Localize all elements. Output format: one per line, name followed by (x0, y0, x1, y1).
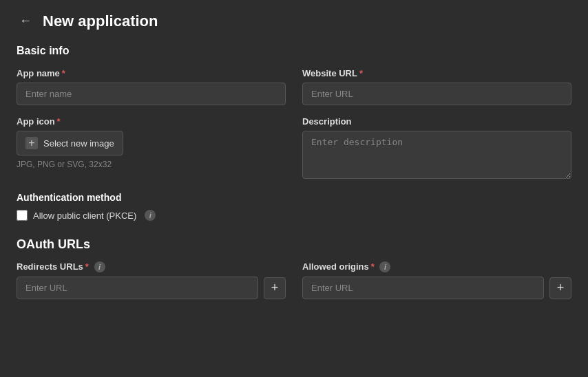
allowed-origins-info-icon[interactable]: i (379, 261, 390, 272)
redirects-urls-input-row: + (17, 277, 286, 299)
app-name-required: * (62, 68, 65, 78)
allowed-origins-add-icon: + (557, 281, 565, 295)
image-hint: JPG, PNG or SVG, 32x32 (17, 160, 286, 169)
oauth-urls-section: OAuth URLs Redirects URLs* i + Allowed (17, 237, 571, 310)
website-url-required: * (359, 68, 363, 78)
allowed-origins-group: Allowed origins* i + (302, 261, 571, 299)
website-url-group: Website URL* (302, 68, 571, 105)
select-image-button[interactable]: + Select new image (17, 131, 123, 155)
pkce-info-icon[interactable]: i (145, 210, 156, 221)
pkce-row: Allow public client (PKCE) i (17, 210, 286, 221)
select-image-plus-icon: + (25, 137, 38, 149)
website-url-label: Website URL* (302, 68, 571, 78)
auth-method-group: Authentication method Allow public clien… (17, 192, 286, 221)
allowed-origins-label: Allowed origins* i (302, 261, 571, 272)
pkce-checkbox[interactable] (17, 210, 28, 221)
basic-info-section: Basic info App name* Website URL* App ic… (17, 45, 571, 232)
auth-method-title: Authentication method (17, 192, 286, 203)
allowed-origins-required: * (371, 261, 375, 272)
redirects-urls-label: Redirects URLs* i (17, 261, 286, 272)
oauth-urls-grid: Redirects URLs* i + Allowed origins* i (17, 261, 571, 310)
page-header: ← New application (17, 11, 571, 31)
page-title: New application (43, 12, 158, 30)
back-arrow-icon: ← (19, 14, 32, 28)
app-icon-required: * (57, 116, 61, 127)
description-group: Description (302, 116, 571, 181)
allowed-origins-input[interactable] (302, 277, 544, 299)
app-name-label: App name* (17, 68, 286, 78)
app-icon-group: App icon* + Select new image JPG, PNG or… (17, 116, 286, 181)
redirects-urls-required: * (85, 261, 89, 272)
redirects-urls-group: Redirects URLs* i + (17, 261, 286, 299)
app-name-group: App name* (17, 68, 286, 105)
allowed-origins-input-row: + (302, 277, 571, 299)
website-url-input[interactable] (302, 83, 571, 105)
back-button[interactable]: ← (17, 11, 34, 31)
redirects-urls-add-button[interactable]: + (264, 277, 286, 299)
basic-info-title: Basic info (17, 45, 571, 57)
app-name-input[interactable] (17, 83, 286, 105)
allowed-origins-add-button[interactable]: + (549, 277, 571, 299)
redirects-urls-info-icon[interactable]: i (94, 261, 105, 272)
description-label: Description (302, 116, 571, 127)
pkce-label: Allow public client (PKCE) (33, 211, 136, 221)
redirects-urls-add-icon: + (271, 281, 279, 295)
description-textarea[interactable] (302, 131, 571, 179)
oauth-section-title: OAuth URLs (17, 237, 571, 252)
select-image-label: Select new image (43, 138, 114, 149)
app-icon-label: App icon* (17, 116, 286, 127)
redirects-urls-input[interactable] (17, 277, 258, 299)
basic-info-grid: App name* Website URL* App icon* + Selec… (17, 68, 571, 232)
